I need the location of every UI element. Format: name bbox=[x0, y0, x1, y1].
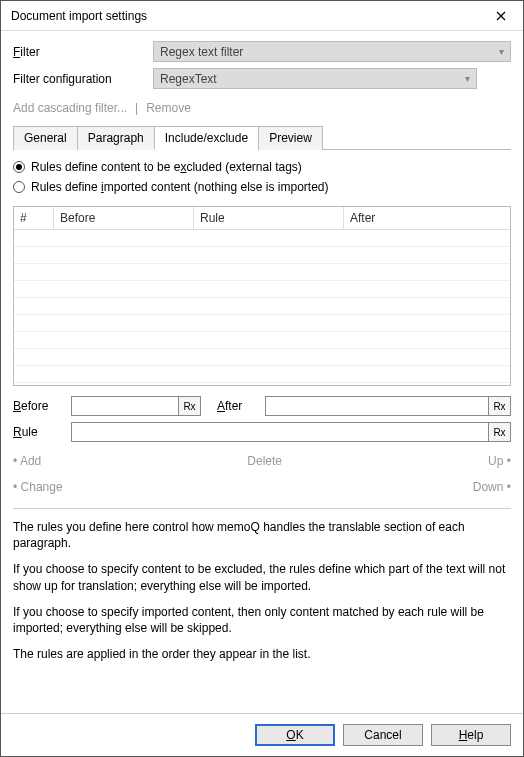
help-button[interactable]: Help bbox=[431, 724, 511, 746]
tab-include-exclude[interactable]: Include/exclude bbox=[154, 126, 259, 150]
col-before[interactable]: Before bbox=[54, 207, 194, 229]
filter-links: Add cascading filter... | Remove bbox=[13, 101, 511, 115]
col-num[interactable]: # bbox=[14, 207, 54, 229]
tab-paragraph[interactable]: Paragraph bbox=[77, 126, 155, 150]
filter-label: Filter bbox=[13, 45, 153, 59]
down-action[interactable]: Down bbox=[473, 480, 511, 494]
close-button[interactable] bbox=[479, 1, 523, 31]
add-cascading-link[interactable]: Add cascading filter... bbox=[13, 101, 127, 115]
rx-button[interactable]: Rx bbox=[178, 397, 200, 415]
rx-button[interactable]: Rx bbox=[488, 397, 510, 415]
radio-excluded[interactable]: Rules define content to be excluded (ext… bbox=[13, 160, 511, 174]
rule-input[interactable]: Rx bbox=[71, 422, 511, 442]
cancel-button[interactable]: Cancel bbox=[343, 724, 423, 746]
radio-imported[interactable]: Rules define imported content (nothing e… bbox=[13, 180, 511, 194]
add-action[interactable]: Add bbox=[13, 454, 41, 468]
rx-button[interactable]: Rx bbox=[488, 423, 510, 441]
col-after[interactable]: After bbox=[344, 207, 510, 229]
ok-button[interactable]: OK bbox=[255, 724, 335, 746]
after-label: After bbox=[217, 399, 257, 413]
chevron-down-icon: ▾ bbox=[465, 73, 470, 84]
grid-body bbox=[14, 230, 510, 385]
tab-general[interactable]: General bbox=[13, 126, 78, 150]
window-title: Document import settings bbox=[11, 9, 479, 23]
rule-label: Rule bbox=[13, 425, 63, 439]
filter-config-combo[interactable]: RegexText ▾ bbox=[153, 68, 477, 89]
titlebar: Document import settings bbox=[1, 1, 523, 31]
grid-header: # Before Rule After bbox=[14, 207, 510, 230]
filter-combo[interactable]: Regex text filter ▾ bbox=[153, 41, 511, 62]
before-input[interactable]: Rx bbox=[71, 396, 201, 416]
filter-config-label: Filter configuration bbox=[13, 72, 153, 86]
chevron-down-icon: ▾ bbox=[499, 46, 504, 57]
help-text: The rules you define here control how me… bbox=[13, 519, 511, 672]
close-icon bbox=[496, 11, 506, 21]
after-input[interactable]: Rx bbox=[265, 396, 511, 416]
delete-action[interactable]: Delete bbox=[247, 454, 282, 468]
tab-preview[interactable]: Preview bbox=[258, 126, 323, 150]
rules-grid[interactable]: # Before Rule After bbox=[13, 206, 511, 386]
up-action[interactable]: Up bbox=[488, 454, 511, 468]
change-action[interactable]: Change bbox=[13, 480, 63, 494]
radio-icon bbox=[13, 181, 25, 193]
radio-icon bbox=[13, 161, 25, 173]
before-label: Before bbox=[13, 399, 63, 413]
tabstrip: General Paragraph Include/exclude Previe… bbox=[13, 125, 511, 150]
footer: OK Cancel Help bbox=[1, 713, 523, 756]
col-rule[interactable]: Rule bbox=[194, 207, 344, 229]
remove-link[interactable]: Remove bbox=[146, 101, 191, 115]
